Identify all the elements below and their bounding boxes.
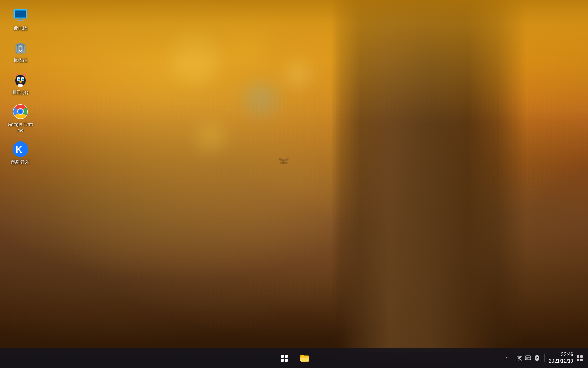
show-hidden-icons-button[interactable]: ⌃ (506, 356, 509, 361)
my-computer-label: 此电脑 (14, 25, 27, 31)
desktop-icons-column: 此电脑 回收站 (0, 0, 41, 174)
svg-point-19 (23, 79, 24, 79)
clock-date: 2021/12/19 (549, 358, 573, 365)
windows-logo-tile-1 (281, 355, 284, 358)
windows-logo-icon (281, 355, 288, 362)
desktop-icon-kugou[interactable]: K 酷狗音乐 (4, 138, 37, 168)
security-icon[interactable] (534, 355, 540, 362)
svg-rect-3 (15, 11, 26, 17)
svg-point-18 (19, 79, 20, 79)
desktop: 此电脑 回收站 (0, 0, 588, 348)
svg-rect-5 (17, 20, 24, 21)
system-clock[interactable]: 22:46 2021/12/19 (549, 352, 573, 364)
taskbar-center-icons (274, 348, 314, 368)
taskbar: ⌃ 英 22:46 2021/12/19 (0, 348, 588, 368)
ime-icon[interactable] (525, 355, 531, 362)
svg-rect-4 (19, 18, 22, 20)
svg-point-27 (18, 110, 22, 114)
svg-point-22 (24, 73, 26, 76)
desktop-icon-recycle-bin[interactable]: 回收站 (4, 36, 37, 66)
svg-rect-35 (580, 355, 583, 358)
svg-rect-37 (580, 359, 583, 361)
svg-rect-8 (18, 43, 23, 44)
chrome-label: Google Chrome (7, 121, 34, 133)
my-computer-icon-image (12, 7, 29, 24)
windows-logo-tile-4 (285, 359, 288, 362)
svg-rect-34 (577, 355, 579, 358)
windows-logo-tile-3 (281, 359, 284, 362)
svg-point-21 (15, 73, 17, 76)
desktop-icon-chrome[interactable]: Google Chrome (4, 100, 37, 137)
clock-time: 22:46 (561, 352, 573, 358)
kugou-icon-image: K (12, 141, 29, 157)
qq-label: 腾讯QQ (12, 90, 28, 95)
start-button[interactable] (274, 348, 294, 368)
taskbar-system-tray: ⌃ 英 22:46 2021/12/19 (506, 352, 588, 364)
chrome-icon-image (12, 103, 29, 120)
svg-point-23 (18, 84, 23, 87)
notification-center-button[interactable] (576, 354, 584, 362)
svg-rect-36 (577, 359, 579, 361)
qq-icon-image (12, 72, 29, 88)
taskbar-file-explorer-button[interactable] (296, 349, 314, 367)
desktop-icon-qq[interactable]: 腾讯QQ (4, 68, 37, 99)
language-indicator-button[interactable]: 英 (517, 355, 522, 362)
recycle-bin-label: 回收站 (14, 57, 27, 63)
svg-point-20 (19, 81, 22, 83)
kugou-label: 酷狗音乐 (11, 159, 29, 165)
recycle-bin-icon-image (12, 39, 29, 56)
windows-logo-tile-2 (285, 355, 288, 358)
tray-divider-2 (544, 354, 545, 362)
desktop-icon-my-computer[interactable]: 此电脑 (4, 4, 37, 34)
tray-divider (513, 354, 513, 362)
svg-text:K: K (16, 144, 22, 155)
